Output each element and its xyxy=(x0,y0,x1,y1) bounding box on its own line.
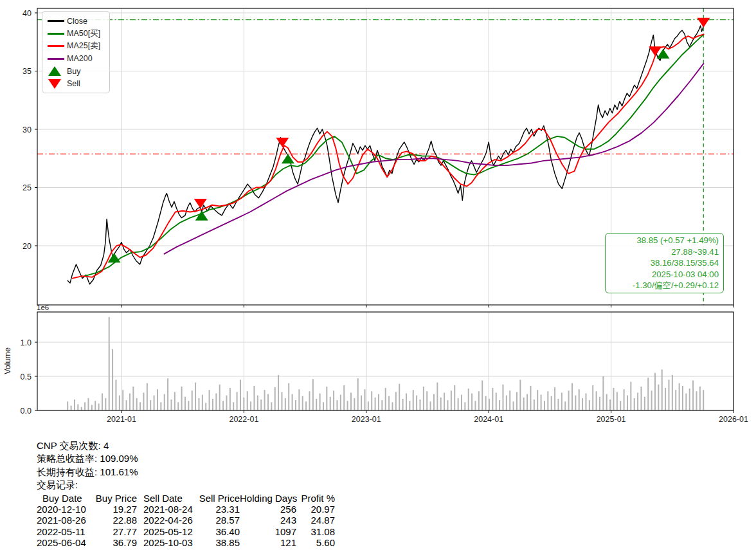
volume-bar xyxy=(188,401,189,410)
volume-bar xyxy=(551,396,552,410)
volume-bar xyxy=(579,389,580,410)
volume-bar xyxy=(692,380,694,410)
volume-bar xyxy=(264,390,266,410)
trade-table: Buy DateBuy PriceSell DateSell PriceHold… xyxy=(37,493,335,548)
volume-bar xyxy=(682,386,683,410)
trade-table-cell: 24.87 xyxy=(296,515,335,526)
volume-bar xyxy=(240,380,241,410)
volume-bar xyxy=(143,392,144,410)
volume-bar xyxy=(98,403,100,410)
volume-bar xyxy=(640,387,642,410)
volume-bar xyxy=(271,402,272,410)
volume-bar xyxy=(409,401,410,410)
legend-marker-swatch xyxy=(48,79,67,89)
volume-bar xyxy=(132,387,134,410)
volume-bar xyxy=(147,383,148,410)
volume-bar xyxy=(388,396,390,410)
x-tick-label: 2021-01 xyxy=(107,415,136,424)
volume-bar xyxy=(406,394,407,411)
volume-bar xyxy=(350,392,352,410)
trade-table-cell: 23.31 xyxy=(197,504,240,515)
volume-bar xyxy=(561,392,562,410)
volume-bar xyxy=(71,406,72,410)
volume-bar xyxy=(585,394,586,411)
trade-table-cell: 36.79 xyxy=(88,537,137,548)
volume-bar xyxy=(489,399,490,410)
volume-bar xyxy=(430,401,431,410)
volume-bar xyxy=(253,386,255,410)
volume-bar xyxy=(357,378,359,410)
legend-item-ma200: MA200 xyxy=(48,53,104,66)
volume-bar xyxy=(644,397,645,410)
trade-table-header-cell: Sell Date xyxy=(143,493,197,504)
price-y-tick-label: 35 xyxy=(22,67,32,76)
legend-item-label: Buy xyxy=(67,67,81,76)
summary-block: CNP 交易次数: 4 策略总收益率: 109.09% 长期持有收益: 101.… xyxy=(37,439,335,548)
volume-bar xyxy=(554,387,555,410)
volume-bar xyxy=(361,396,362,410)
volume-bar xyxy=(582,398,583,410)
volume-bar xyxy=(419,399,420,410)
volume-bar xyxy=(437,383,438,410)
price-annotation: 38.85 (+0.57 +1.49%) 27.88~39.41 38.16/3… xyxy=(605,233,724,293)
volume-bar xyxy=(112,349,113,410)
volume-bar xyxy=(454,385,455,410)
volume-bar xyxy=(126,400,127,410)
volume-bar xyxy=(195,383,196,410)
legend: CloseMA50[买]MA25[卖]MA200BuySell xyxy=(42,11,110,93)
volume-bar xyxy=(177,402,179,410)
volume-bar xyxy=(447,400,448,410)
volume-bar xyxy=(399,384,400,410)
volume-bar xyxy=(368,401,369,410)
volume-bar xyxy=(523,398,525,410)
trade-table-cell: 5.60 xyxy=(296,537,335,548)
volume-bar xyxy=(222,401,224,410)
legend-line-swatch xyxy=(48,20,67,22)
volume-bar xyxy=(285,398,286,410)
volume-bar xyxy=(119,396,120,410)
trade-table-cell: 243 xyxy=(240,515,296,526)
volume-bar xyxy=(395,392,397,410)
volume-bar xyxy=(699,387,701,410)
volume-bar xyxy=(91,405,93,410)
volume-bar xyxy=(94,401,96,410)
volume-bar xyxy=(675,390,676,410)
trade-table-header-cell: Buy Price xyxy=(88,493,137,504)
volume-bar xyxy=(564,401,566,410)
annotation-last-price: 38.85 (+0.57 +1.49%) xyxy=(610,235,719,246)
x-tick-label: 2026-01 xyxy=(719,415,748,424)
line-sample-icon xyxy=(48,33,64,35)
hold-return-line: 长期持有收益: 101.61% xyxy=(37,466,335,479)
volume-bar xyxy=(323,402,324,410)
price-y-tick-label: 20 xyxy=(22,242,32,251)
volume-bar xyxy=(181,387,183,410)
legend-item-sell: Sell xyxy=(48,78,104,91)
legend-item-label: MA50[买] xyxy=(67,28,100,39)
volume-bar xyxy=(274,387,276,410)
trade-table-cell: 2022-05-11 xyxy=(37,526,88,537)
volume-bar xyxy=(77,404,78,410)
volume-bar xyxy=(471,394,473,411)
line-sample-icon xyxy=(48,58,64,60)
annotation-range: 27.88~39.41 xyxy=(610,246,719,258)
volume-bar xyxy=(492,388,493,410)
volume-bar xyxy=(302,396,303,410)
trade-table-header-cell: Buy Date xyxy=(37,493,88,504)
annotation-datetime: 2025-10-03 04:00 xyxy=(610,269,719,280)
volume-y-tick-label: 0.5 xyxy=(21,372,32,381)
volume-bar xyxy=(102,394,103,411)
trade-table-cell: 19.27 xyxy=(88,504,137,515)
volume-bar xyxy=(336,400,338,410)
volume-bar xyxy=(665,388,666,410)
volume-bar xyxy=(326,387,327,410)
volume-bar xyxy=(157,389,158,410)
volume-bar xyxy=(174,392,176,410)
legend-item-label: Close xyxy=(67,17,87,26)
volume-bar xyxy=(679,383,680,410)
volume-bar xyxy=(292,394,293,410)
trade-table-row: 2020-12-1019.272021-08-2423.3125620.97 xyxy=(37,504,335,515)
volume-bar xyxy=(281,392,282,410)
volume-bar xyxy=(654,373,656,410)
volume-bar xyxy=(519,380,521,410)
ma200-line xyxy=(165,64,704,254)
